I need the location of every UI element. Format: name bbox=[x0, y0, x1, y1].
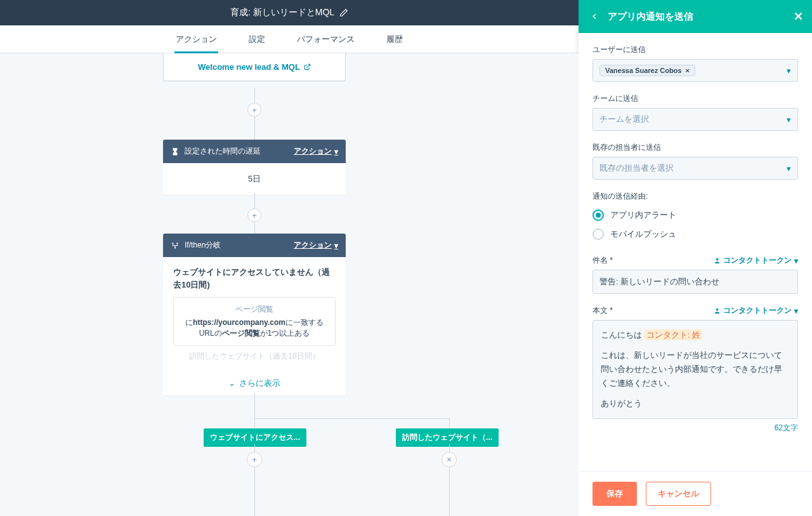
caret-down-icon: ▾ bbox=[787, 164, 791, 173]
show-more-button[interactable]: ⌄さらに表示 bbox=[163, 371, 346, 395]
delay-action-menu[interactable]: アクション ▾ bbox=[294, 146, 338, 157]
tab-history[interactable]: 履歴 bbox=[385, 26, 404, 53]
send-owner-select[interactable]: 既存の担当者を選択 ▾ bbox=[593, 157, 798, 180]
panel-header: アプリ内通知を送信 ✕ bbox=[579, 0, 812, 33]
caret-down-icon: ▾ bbox=[794, 256, 798, 265]
radio-icon bbox=[593, 209, 604, 221]
caret-down-icon: ▾ bbox=[334, 241, 338, 250]
branch-condition-box: ページ閲覧 にhttps://yourcompany.comに一致するURLのペ… bbox=[173, 297, 336, 346]
subject-label: 件名 * bbox=[593, 255, 613, 266]
add-step-button[interactable]: + bbox=[247, 103, 261, 117]
chevron-down-icon: ⌄ bbox=[228, 378, 235, 388]
connector bbox=[449, 467, 450, 516]
connector bbox=[254, 117, 255, 140]
branch-faded: 訪問したウェブサイト（過去10日間） bbox=[173, 351, 336, 362]
back-icon[interactable] bbox=[590, 12, 599, 21]
send-user-select[interactable]: Vanessa Suarez Cobos × ▾ bbox=[593, 59, 798, 82]
workflow-title: 育成: 新しいリードとMQL bbox=[230, 7, 334, 18]
connector bbox=[254, 418, 449, 419]
svg-line-0 bbox=[307, 64, 310, 67]
caret-down-icon: ▾ bbox=[787, 115, 791, 124]
svg-point-4 bbox=[716, 258, 719, 261]
via-label: 通知の送信経由: bbox=[593, 191, 798, 202]
top-bar: 育成: 新しいリードとMQL bbox=[0, 0, 579, 25]
connector bbox=[254, 467, 255, 516]
send-team-select[interactable]: チームを選択 ▾ bbox=[593, 108, 798, 131]
branch-pill-left[interactable]: ウェブサイトにアクセス... bbox=[204, 428, 306, 447]
svg-point-1 bbox=[172, 242, 173, 244]
branch-title: If/then分岐 bbox=[185, 240, 221, 251]
close-icon[interactable]: ✕ bbox=[794, 10, 803, 23]
subject-input[interactable]: 警告: 新しいリードの問い合わせ bbox=[593, 270, 798, 294]
tab-action[interactable]: アクション bbox=[174, 26, 218, 53]
send-owner-label: 既存の担当者に送信 bbox=[593, 142, 798, 153]
send-user-label: ユーザーに送信 bbox=[593, 44, 798, 55]
radio-mobile-push[interactable]: モバイルプッシュ bbox=[593, 225, 798, 244]
welcome-link[interactable]: Welcome new lead & MQL bbox=[198, 62, 311, 72]
caret-down-icon: ▾ bbox=[334, 147, 338, 156]
send-team-label: チームに送信 bbox=[593, 93, 798, 104]
tab-bar: アクション 設定 パフォーマンス 履歴 bbox=[0, 25, 579, 53]
connector bbox=[254, 193, 255, 208]
panel-footer: 保存 キャンセル bbox=[579, 471, 812, 516]
connector bbox=[254, 418, 255, 428]
add-step-button[interactable]: + bbox=[247, 452, 262, 467]
caret-down-icon: ▾ bbox=[794, 307, 798, 315]
delay-title: 設定された時間の遅延 bbox=[185, 146, 261, 157]
connector bbox=[449, 418, 450, 428]
tab-settings[interactable]: 設定 bbox=[247, 26, 266, 53]
contact-icon bbox=[714, 307, 721, 314]
close-branch-button[interactable]: × bbox=[442, 452, 457, 467]
tab-performance[interactable]: パフォーマンス bbox=[296, 26, 356, 53]
node-branch[interactable]: If/then分岐 アクション ▾ ウェブサイトにアクセスしていません（過去10… bbox=[163, 234, 346, 395]
contact-token[interactable]: コンタクト: 姓 bbox=[645, 329, 702, 340]
branch-condition-title: ウェブサイトにアクセスしていません（過去10日間) bbox=[173, 266, 336, 291]
svg-point-5 bbox=[716, 308, 719, 311]
node-delay[interactable]: 設定された時間の遅延 アクション ▾ 5日 bbox=[163, 140, 346, 195]
char-count: 62文字 bbox=[593, 423, 798, 433]
node-welcome[interactable]: Welcome new lead & MQL bbox=[163, 53, 346, 81]
delay-body: 5日 bbox=[163, 163, 346, 195]
svg-point-3 bbox=[174, 247, 176, 248]
branch-action-menu[interactable]: アクション ▾ bbox=[294, 240, 338, 251]
caret-down-icon: ▾ bbox=[787, 66, 791, 76]
radio-icon bbox=[593, 228, 604, 240]
edit-icon[interactable] bbox=[339, 8, 348, 17]
connector bbox=[254, 88, 255, 103]
user-chip[interactable]: Vanessa Suarez Cobos × bbox=[599, 65, 695, 76]
branch-condition-line: にhttps://yourcompany.comに一致するURLのページ閲覧が1… bbox=[179, 317, 330, 339]
hourglass-icon bbox=[171, 147, 180, 156]
remove-chip-icon[interactable]: × bbox=[685, 67, 689, 74]
connector bbox=[254, 393, 255, 418]
cancel-button[interactable]: キャンセル bbox=[646, 482, 711, 506]
workflow-canvas[interactable]: Welcome new lead & MQL + 設定された時間の遅延 アクショ… bbox=[0, 53, 579, 516]
add-step-button[interactable]: + bbox=[247, 208, 261, 222]
radio-in-app[interactable]: アプリ内アラート bbox=[593, 206, 798, 225]
panel-title: アプリ内通知を送信 bbox=[608, 11, 693, 23]
side-panel: アプリ内通知を送信 ✕ ユーザーに送信 Vanessa Suarez Cobos… bbox=[579, 0, 812, 516]
save-button[interactable]: 保存 bbox=[593, 482, 637, 506]
contact-icon bbox=[714, 257, 721, 264]
external-link-icon bbox=[304, 63, 311, 70]
body-label: 本文 * bbox=[593, 305, 613, 316]
branch-icon bbox=[171, 241, 180, 250]
svg-point-2 bbox=[176, 242, 178, 244]
branch-pill-right[interactable]: 訪問したウェブサイト（... bbox=[396, 428, 499, 447]
contact-token-link[interactable]: コンタクトトークン ▾ bbox=[714, 255, 798, 266]
contact-token-link[interactable]: コンタクトトークン ▾ bbox=[714, 305, 798, 316]
body-editor[interactable]: こんにちは コンタクト: 姓 これは、新しいリードが当社のサービスについて問い合… bbox=[593, 320, 798, 419]
connector bbox=[254, 222, 255, 234]
